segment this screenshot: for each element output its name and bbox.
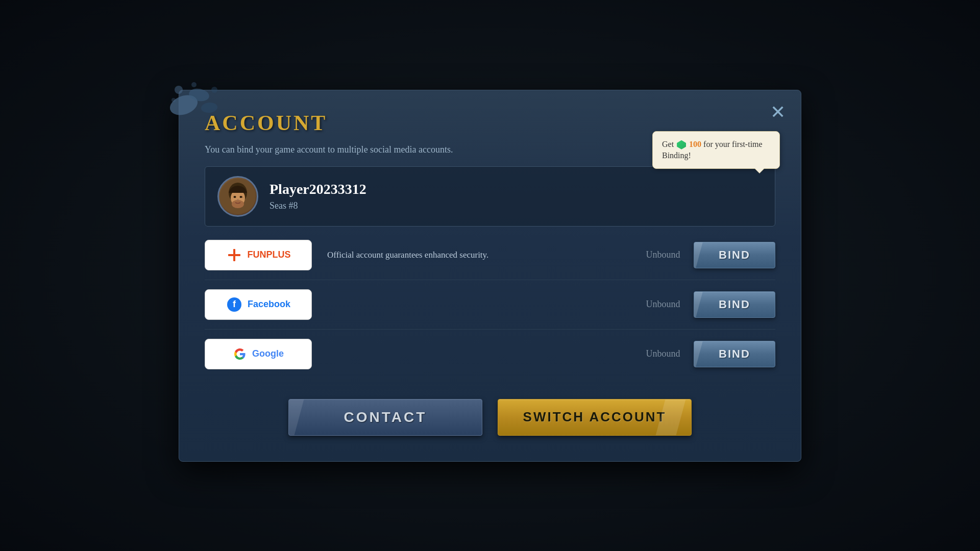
close-button[interactable]: ✕ <box>770 103 786 121</box>
facebook-bind-row: f Facebook Unbound BIND <box>205 280 775 330</box>
funplus-icon <box>226 247 242 263</box>
player-avatar <box>217 176 258 217</box>
facebook-icon: f <box>226 296 242 313</box>
google-label: Google <box>252 348 284 359</box>
tooltip-pre-text: Get <box>662 140 674 148</box>
svg-rect-16 <box>233 249 235 261</box>
facebook-status: Unbound <box>632 299 694 310</box>
switch-account-button[interactable]: SWITCH ACCOUNT <box>498 399 692 436</box>
player-details: Player20233312 Seas #8 <box>270 181 366 211</box>
funplus-status: Unbound <box>632 249 694 260</box>
contact-button[interactable]: CONTACT <box>288 399 482 436</box>
bottom-buttons-container: CONTACT SWITCH ACCOUNT <box>205 399 775 436</box>
funplus-bind-row: FUNPLUS Official account guarantees enha… <box>205 231 775 280</box>
svg-point-10 <box>232 200 244 208</box>
svg-point-6 <box>172 98 176 102</box>
funplus-bind-button[interactable]: BIND <box>694 242 775 268</box>
funplus-provider-button[interactable]: FUNPLUS <box>205 240 312 270</box>
tooltip-post-text: for your first-time Binding! <box>662 140 763 160</box>
google-icon <box>233 347 247 361</box>
tooltip-gem-count: 100 <box>689 140 701 148</box>
funplus-description: Official account guarantees enhanced sec… <box>312 250 632 260</box>
google-bind-row: Google Unbound BIND <box>205 330 775 379</box>
svg-point-4 <box>191 82 197 87</box>
svg-point-5 <box>211 87 217 93</box>
google-status: Unbound <box>632 348 694 359</box>
player-name: Player20233312 <box>270 181 366 197</box>
facebook-label: Facebook <box>248 299 290 310</box>
player-info-box: Player20233312 Seas #8 Get 100 for your … <box>205 166 775 227</box>
facebook-bind-button[interactable]: BIND <box>694 291 775 318</box>
svg-point-3 <box>175 86 183 94</box>
google-provider-button[interactable]: Google <box>205 339 312 369</box>
binding-tooltip: Get 100 for your first-time Binding! <box>652 131 780 169</box>
facebook-provider-button[interactable]: f Facebook <box>205 289 312 320</box>
modal-wrapper: ACCOUNT ✕ You can bind your game account… <box>179 90 801 462</box>
avatar-image <box>220 179 256 214</box>
gem-icon <box>677 140 686 149</box>
player-server: Seas #8 <box>270 201 366 211</box>
svg-point-13 <box>237 199 239 201</box>
google-bind-button[interactable]: BIND <box>694 341 775 367</box>
bind-rows-container: FUNPLUS Official account guarantees enha… <box>205 231 775 379</box>
svg-point-2 <box>201 102 218 113</box>
modal-container: ACCOUNT ✕ You can bind your game account… <box>179 90 801 462</box>
ink-splash-decoration <box>168 74 230 120</box>
svg-point-11 <box>234 196 236 198</box>
funplus-label: FUNPLUS <box>248 249 291 260</box>
